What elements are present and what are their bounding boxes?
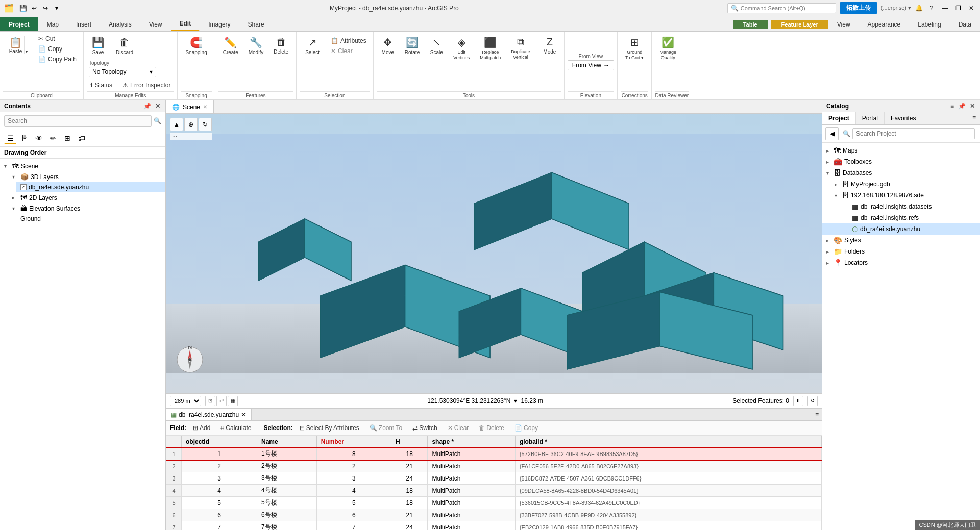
copy-btn[interactable]: 📄 Copy (35, 44, 80, 54)
clear-table-btn[interactable]: ✕ Clear (444, 423, 473, 433)
attributes-btn[interactable]: 📋 Attributes (327, 36, 370, 46)
paste-btn[interactable]: 📋 Paste ▾ (3, 34, 34, 57)
quick-access-toolbar[interactable]: 🗂️ 💾 ↩ ↪ ▾ (4, 3, 61, 13)
delete-table-btn[interactable]: 🗑 Delete (475, 423, 508, 433)
manage-quality-btn[interactable]: ✅ ManageQuality (655, 34, 681, 63)
catalog-search-input[interactable] (852, 128, 975, 139)
tree-ground[interactable]: Ground (16, 214, 165, 224)
duplicate-vertical-btn[interactable]: ⧉ DuplicateVertical (506, 34, 535, 63)
contents-pin-btn[interactable]: 📌 (142, 103, 152, 110)
tree-scene[interactable]: ▾ 🗺 Scene (0, 161, 165, 171)
nav-home-btn[interactable]: ⊕ (184, 118, 198, 131)
catalog-item-folders[interactable]: ▸ 📁 Folders (822, 246, 980, 257)
list-by-editing-btn[interactable]: ✏ (47, 132, 59, 144)
move-btn[interactable]: ✥ Move (377, 34, 399, 58)
catalog-tab-project[interactable]: Project (822, 112, 856, 124)
col-objectid[interactable]: objectid (182, 436, 257, 448)
tab-view2[interactable]: View (828, 17, 859, 31)
data-table[interactable]: objectid Name Number H shape * globalid … (166, 436, 822, 530)
tab-map[interactable]: Map (38, 17, 67, 31)
cut-btn[interactable]: ✂ Cut (35, 34, 80, 44)
table-row[interactable]: 1 1 1号楼 8 18 MultiPatch {572B0EBF-36C2-4… (166, 448, 822, 460)
list-by-snapping-btn[interactable]: ⊞ (61, 132, 74, 144)
scale-btn[interactable]: ⤡ Scale (425, 34, 448, 58)
catalog-item-yuanzhu[interactable]: ⬡ db_ra4ei.sde.yuanzhu (822, 223, 980, 235)
catalog-menu-icon[interactable]: ≡ (968, 112, 980, 124)
snapping-btn[interactable]: 🧲 Snapping (181, 34, 211, 58)
nav-rotate-btn[interactable]: ↻ (199, 118, 212, 131)
scene-viewport[interactable]: ▲ ⊕ ↻ ⋯ N (166, 114, 822, 393)
nav-tilt-up-btn[interactable]: ▲ (170, 118, 183, 131)
catalog-pin-btn[interactable]: 📌 (957, 103, 967, 110)
contents-close-btn[interactable]: ✕ (154, 103, 161, 110)
copy-table-btn[interactable]: 📄 Copy (511, 423, 542, 433)
command-search-input[interactable] (741, 5, 832, 11)
table-view-btn[interactable]: ▦ (228, 396, 238, 406)
catalog-item-databases[interactable]: ▾ 🗄 Databases (822, 167, 980, 179)
tab-project[interactable]: Project (0, 17, 38, 31)
tab-imagery[interactable]: Imagery (200, 17, 239, 31)
redo-btn[interactable]: ↪ (41, 4, 50, 13)
command-search[interactable]: 🔍 (727, 3, 836, 13)
list-by-drawing-order-btn[interactable]: ☰ (4, 132, 16, 144)
catalog-back-btn[interactable]: ◀ (825, 127, 839, 140)
contents-search-input[interactable] (4, 115, 152, 127)
catalog-tab-portal[interactable]: Portal (856, 112, 885, 124)
mode-btn[interactable]: Z Mode (538, 34, 561, 58)
tree-layer-item[interactable]: db_ra4ei.sde.yuanzhu (16, 182, 165, 192)
table-row[interactable]: 6 6 6号楼 6 21 MultiPatch {33BF7027-598B-4… (166, 509, 822, 521)
col-globalid[interactable]: globalid * (515, 436, 821, 448)
table-row[interactable]: 3 3 3号楼 3 24 MultiPatch {516DC872-A7DE-4… (166, 472, 822, 485)
table-menu-btn[interactable]: ≡ (812, 410, 822, 419)
tree-2d-layers[interactable]: ▸ 🗺 2D Layers (8, 192, 165, 203)
tab-view[interactable]: View (140, 17, 171, 31)
upload-btn[interactable]: 拓撒上传 (840, 2, 877, 14)
tab-insert[interactable]: Insert (67, 17, 100, 31)
qat-more[interactable]: ▾ (52, 4, 61, 13)
notification-icon[interactable]: 🔔 (915, 5, 923, 12)
select-btn[interactable]: ↗ Select (300, 34, 325, 58)
clear-selection-btn[interactable]: ✕ Clear (327, 46, 370, 56)
undo-btn[interactable]: ↩ (30, 4, 39, 13)
modify-btn[interactable]: 🔧 Modify (244, 34, 268, 58)
catalog-item-locators[interactable]: ▸ 📍 Locators (822, 257, 980, 268)
rotate-btn[interactable]: 🔄 Rotate (400, 34, 424, 58)
edit-vertices-btn[interactable]: ◈ EditVertices (449, 34, 474, 63)
tab-data[interactable]: Data (950, 17, 980, 31)
catalog-item-datasets[interactable]: ▦ db_ra4ei.insights.datasets (822, 201, 980, 212)
compass[interactable]: N (176, 346, 204, 375)
table-row[interactable]: 7 7 7号楼 7 24 MultiPatch {EB2C0129-1AB8-4… (166, 521, 822, 531)
scene-tab[interactable]: 🌐 Scene ✕ (166, 100, 214, 113)
copy-path-btn[interactable]: 📄 Copy Path (35, 54, 80, 64)
table-row[interactable]: 2 2 2号楼 2 21 MultiPatch {FA1CE056-5E2E-4… (166, 460, 822, 472)
tree-3d-layers[interactable]: ▾ 📦 3D Layers (8, 171, 165, 182)
calculate-btn[interactable]: ⌗ Calculate (217, 423, 255, 433)
tab-edit[interactable]: Edit (171, 16, 200, 31)
refresh-btn[interactable]: ↺ (807, 396, 818, 406)
add-field-btn[interactable]: ⊞ Add (189, 423, 214, 433)
tree-elevation-surfaces[interactable]: ▾ 🏔 Elevation Surfaces (8, 203, 165, 214)
col-h[interactable]: H (391, 436, 428, 448)
zoom-select[interactable]: 289 m (170, 396, 201, 406)
table-row[interactable]: 4 4 4号楼 4 18 MultiPatch {09DECA58-8A65-4… (166, 485, 822, 497)
layer-checkbox[interactable] (20, 184, 27, 190)
sync-btn[interactable]: ⇄ (216, 396, 227, 406)
list-by-labeling-btn[interactable]: 🏷 (76, 132, 88, 144)
zoom-to-btn[interactable]: 🔍 Zoom To (366, 423, 406, 433)
tab-share[interactable]: Share (239, 17, 273, 31)
catalog-menu-btn[interactable]: ≡ (949, 103, 955, 110)
catalog-item-refs[interactable]: ▦ db_ra4ei.insights.refs (822, 212, 980, 223)
status-btn[interactable]: ℹ Status (87, 80, 116, 90)
tab-analysis[interactable]: Analysis (100, 17, 140, 31)
catalog-item-maps[interactable]: ▸ 🗺 Maps (822, 145, 980, 156)
scene-tab-close[interactable]: ✕ (203, 104, 207, 110)
minimize-btn[interactable]: — (940, 4, 949, 13)
tab-appearance[interactable]: Appearance (859, 17, 910, 31)
col-name[interactable]: Name (257, 436, 317, 448)
help-btn[interactable]: ? (927, 4, 936, 13)
extent-btn[interactable]: ⊡ (205, 396, 215, 406)
catalog-item-sde[interactable]: ▾ 🗄 192.168.180.128.9876.sde (822, 190, 980, 201)
from-view-input[interactable]: From View → (568, 60, 614, 70)
delete-btn[interactable]: 🗑 Delete (269, 34, 293, 58)
table-tab[interactable]: ▦ db_ra4ei.sde.yuanzhu ✕ (166, 409, 252, 420)
